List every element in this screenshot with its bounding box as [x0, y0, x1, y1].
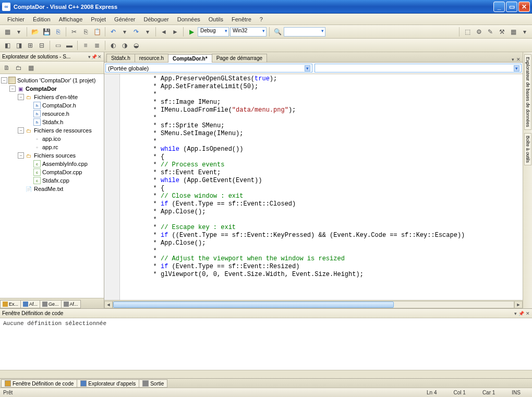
- bottom-tab-0[interactable]: Fenêtre Définition de code: [1, 379, 77, 388]
- solution-tree[interactable]: −Solution 'ComptaDor' (1 projet)−▣Compta…: [0, 74, 104, 298]
- panel-pin-icon[interactable]: 📌: [91, 54, 97, 59]
- nav-back-button[interactable]: ◄: [159, 27, 169, 37]
- paste-button[interactable]: 📋: [92, 27, 102, 37]
- tb2-6[interactable]: ▬: [64, 40, 75, 51]
- tab-close-icon[interactable]: ✕: [516, 57, 521, 62]
- minimize-button[interactable]: _: [493, 2, 505, 12]
- tb2-1[interactable]: ◧: [2, 40, 13, 51]
- find-combo[interactable]: [284, 27, 325, 37]
- maximize-button[interactable]: ▭: [506, 2, 517, 12]
- tb2-2[interactable]: ◨: [14, 40, 24, 51]
- doc-tab[interactable]: resource.h: [135, 54, 168, 62]
- config-combo[interactable]: Debug: [198, 27, 229, 37]
- bottom-tab-2[interactable]: Sortie: [139, 379, 167, 388]
- scroll-thumb[interactable]: [113, 302, 394, 308]
- bottom-tab-1[interactable]: Explorateur d'appels: [77, 379, 139, 388]
- left-tab-0[interactable]: Ex...: [0, 300, 21, 308]
- view-code-button[interactable]: ▦: [26, 63, 36, 73]
- scope-combo-right[interactable]: [315, 64, 522, 73]
- undo-dropdown[interactable]: ▾: [119, 27, 130, 37]
- tree-item[interactable]: hresource.h: [1, 110, 103, 118]
- tree-item[interactable]: −▣ComptaDor: [1, 85, 103, 93]
- menu-fichier[interactable]: Fichier: [3, 15, 29, 24]
- properties-button[interactable]: 🗎: [2, 63, 12, 73]
- find-button[interactable]: 🔍: [272, 27, 283, 37]
- tree-item[interactable]: ▫app.rc: [1, 143, 103, 151]
- panel-close-icon[interactable]: ✕: [98, 54, 102, 59]
- menu-déboguer[interactable]: Déboguer: [139, 15, 173, 24]
- definition-h-scrollbar[interactable]: [0, 370, 532, 378]
- tree-item[interactable]: 📄ReadMe.txt: [1, 185, 103, 193]
- expander-icon[interactable]: −: [1, 77, 7, 83]
- doc-tab[interactable]: Stdafx.h: [106, 54, 135, 62]
- left-tab-1[interactable]: Af...: [20, 300, 40, 308]
- menu-?[interactable]: ?: [256, 15, 267, 24]
- tb2-7[interactable]: ≡: [80, 40, 91, 51]
- copy-button[interactable]: ⎘: [80, 27, 91, 37]
- close-button[interactable]: ✕: [518, 2, 530, 12]
- tree-item[interactable]: cStdafx.cpp: [1, 176, 103, 185]
- tb2-4[interactable]: ⊟: [37, 40, 47, 51]
- tree-item[interactable]: cComptaDor.cpp: [1, 168, 103, 176]
- definition-close-icon[interactable]: ✕: [526, 311, 530, 316]
- tree-item[interactable]: −🗀Fichiers de ressources: [1, 126, 103, 135]
- menu-fenêtre[interactable]: Fenêtre: [227, 15, 256, 24]
- expander-icon[interactable]: −: [9, 86, 16, 92]
- tb2-9[interactable]: ◐: [108, 40, 118, 51]
- tab-dropdown-icon[interactable]: ▾: [512, 57, 514, 62]
- save-all-button[interactable]: ⎘: [53, 27, 63, 37]
- doc-tab[interactable]: Page de démarrage: [212, 54, 267, 62]
- tree-item[interactable]: −Solution 'ComptaDor' (1 projet): [1, 76, 103, 85]
- tb2-5[interactable]: ▭: [53, 40, 63, 51]
- scroll-left-icon[interactable]: ◄: [104, 301, 113, 308]
- side-tab-database[interactable]: Explorateur de bases de données: [524, 54, 531, 130]
- tree-item[interactable]: −🗀Fichiers d'en-tête: [1, 93, 103, 101]
- menu-projet[interactable]: Projet: [87, 15, 110, 24]
- tool-3-button[interactable]: ✎: [485, 27, 495, 37]
- menu-outils[interactable]: Outils: [204, 15, 227, 24]
- tb2-3[interactable]: ⊞: [25, 40, 35, 51]
- nav-forward-button[interactable]: ►: [170, 27, 180, 37]
- tree-item[interactable]: hComptaDor.h: [1, 101, 103, 110]
- tree-item[interactable]: ▫app.ico: [1, 135, 103, 143]
- new-project-button[interactable]: ▦: [2, 27, 13, 37]
- tool-2-button[interactable]: ⚙: [474, 27, 484, 37]
- menu-données[interactable]: Données: [173, 15, 204, 24]
- side-tab-toolbox[interactable]: Boîte à outils: [524, 133, 531, 165]
- left-tab-3[interactable]: Af...: [61, 300, 81, 308]
- cut-button[interactable]: ✂: [69, 27, 79, 37]
- expander-icon[interactable]: −: [18, 152, 24, 159]
- tree-item[interactable]: cAssemblyInfo.cpp: [1, 160, 103, 168]
- redo-dropdown[interactable]: ▾: [142, 27, 153, 37]
- left-tab-2[interactable]: Ge...: [40, 300, 62, 308]
- tool-1-button[interactable]: ⬚: [462, 27, 473, 37]
- undo-button[interactable]: ↶: [108, 27, 118, 37]
- menu-générer[interactable]: Générer: [110, 15, 139, 24]
- expander-icon[interactable]: −: [18, 127, 24, 134]
- doc-tab[interactable]: ComptaDor.h*: [168, 54, 212, 63]
- tool-5-button[interactable]: ▦: [508, 27, 518, 37]
- redo-button[interactable]: ↷: [131, 27, 141, 37]
- open-button[interactable]: 📂: [30, 27, 40, 37]
- tb2-8[interactable]: ≣: [92, 40, 102, 51]
- platform-combo[interactable]: Win32: [230, 27, 267, 37]
- tree-item[interactable]: −🗀Fichiers sources: [1, 151, 103, 160]
- tool-4-button[interactable]: ⚒: [497, 27, 507, 37]
- menu-affichage[interactable]: Affichage: [55, 15, 87, 24]
- scope-combo-left[interactable]: (Portée globale): [105, 64, 312, 73]
- code-editor[interactable]: * App.PreserveOpenGLStates(true); * App.…: [104, 74, 523, 300]
- tree-item[interactable]: hStdafx.h: [1, 118, 103, 126]
- tb2-10[interactable]: ◑: [119, 40, 130, 51]
- definition-dropdown-icon[interactable]: ▾: [514, 311, 517, 316]
- scroll-right-icon[interactable]: ►: [514, 301, 523, 308]
- panel-dropdown-icon[interactable]: ▾: [88, 54, 91, 59]
- code-text[interactable]: * App.PreserveOpenGLStates(true); * App.…: [120, 74, 523, 300]
- menu-édition[interactable]: Édition: [29, 15, 55, 24]
- start-debug-button[interactable]: ▶: [186, 27, 197, 37]
- editor-h-scrollbar[interactable]: ◄ ►: [104, 300, 523, 308]
- show-all-button[interactable]: 🗀: [14, 63, 24, 73]
- tool-6-button[interactable]: ▾: [519, 27, 530, 37]
- expander-icon[interactable]: −: [18, 94, 24, 100]
- save-button[interactable]: 💾: [41, 27, 52, 37]
- definition-pin-icon[interactable]: 📌: [518, 311, 524, 316]
